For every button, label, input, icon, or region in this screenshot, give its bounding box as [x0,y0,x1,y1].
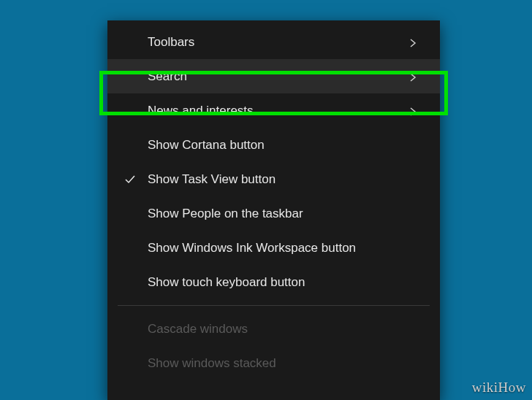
menu-item-show-touch-keyboard[interactable]: Show touch keyboard button [107,265,440,299]
menu-item-label: News and interests [148,104,408,118]
menu-item-toolbars[interactable]: Toolbars [107,25,440,59]
watermark: wikiHow [472,380,526,396]
menu-item-show-cortana[interactable]: Show Cortana button [107,128,440,162]
menu-item-search[interactable]: Search [107,59,440,93]
menu-item-label: Show Task View button [148,172,418,187]
menu-item-show-stacked: Show windows stacked [107,346,440,380]
menu-item-show-people[interactable]: Show People on the taskbar [107,196,440,231]
chevron-right-icon [408,106,418,116]
chevron-right-icon [408,72,418,82]
menu-item-label: Cascade windows [148,322,418,336]
menu-item-news-interests[interactable]: News and interests [107,93,440,128]
menu-item-label: Show touch keyboard button [148,275,418,290]
menu-item-cascade-windows: Cascade windows [107,312,440,346]
menu-item-label: Toolbars [148,35,408,50]
chevron-right-icon [408,37,418,47]
menu-separator [118,305,430,306]
check-icon [123,173,137,186]
menu-item-label: Show People on the taskbar [148,207,418,221]
menu-item-label: Show Cortana button [148,138,418,153]
menu-item-show-task-view[interactable]: Show Task View button [107,162,440,196]
menu-item-label: Search [148,69,408,84]
menu-item-show-ink-workspace[interactable]: Show Windows Ink Workspace button [107,231,440,265]
menu-item-label: Show windows stacked [148,356,418,371]
menu-item-label: Show Windows Ink Workspace button [148,241,418,255]
taskbar-context-menu: Toolbars Search News and interests Show … [107,20,440,400]
